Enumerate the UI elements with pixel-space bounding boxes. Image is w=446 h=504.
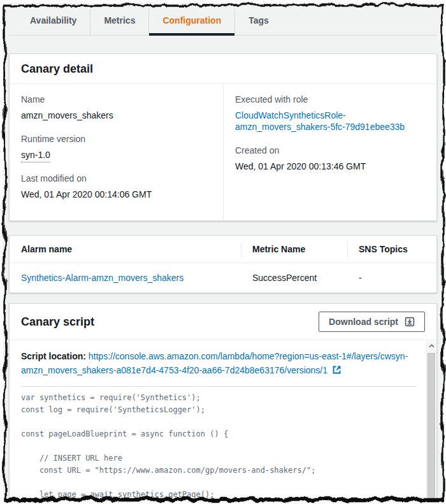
metric-name-column-header: Metric Name bbox=[241, 236, 347, 263]
scrollbar-up-arrow-icon[interactable] bbox=[427, 341, 436, 351]
alarms-card: Alarm name Metric Name SNS Topics Synthe… bbox=[9, 235, 437, 293]
last-modified-label: Last modified on bbox=[21, 173, 212, 184]
detail-right-column: Executed with role CloudWatchSyntheticsR… bbox=[223, 84, 436, 220]
script-location-label: Script location: bbox=[21, 351, 86, 361]
created-on-label: Created on bbox=[235, 145, 425, 155]
alarm-name-column-header: Alarm name bbox=[10, 236, 241, 263]
created-on-value: Wed, 01 Apr 2020 00:13:46 GMT bbox=[235, 161, 425, 172]
runtime-version-label: Runtime version bbox=[21, 134, 212, 144]
canary-detail-header: Canary detail bbox=[10, 54, 436, 84]
canary-script-card: Canary script Download script bbox=[9, 303, 437, 500]
tab-bar: Availability Metrics Configuration Tags bbox=[9, 9, 437, 36]
sns-topics-column-header: SNS Topics bbox=[347, 236, 436, 263]
created-on-field: Created on Wed, 01 Apr 2020 00:13:46 GMT bbox=[235, 145, 425, 172]
canary-detail-body: Name amzn_movers_shakers Runtime version… bbox=[10, 84, 436, 220]
runtime-version-field: Runtime version syn-1.0 bbox=[21, 134, 212, 161]
tab-configuration[interactable]: Configuration bbox=[148, 9, 234, 35]
canary-configuration-screenshot: Availability Metrics Configuration Tags … bbox=[0, 0, 446, 504]
tab-availability[interactable]: Availability bbox=[17, 9, 90, 35]
canary-detail-card: Canary detail Name amzn_movers_shakers R… bbox=[9, 54, 437, 221]
executed-with-role-label: Executed with role bbox=[235, 94, 425, 104]
scrollbar-thumb[interactable] bbox=[428, 353, 435, 500]
detail-left-column: Name amzn_movers_shakers Runtime version… bbox=[10, 84, 223, 220]
role-link[interactable]: CloudWatchSyntheticsRole-amzn_movers_sha… bbox=[235, 110, 405, 132]
metric-name-cell: SuccessPercent bbox=[241, 263, 347, 292]
last-modified-field: Last modified on Wed, 01 Apr 2020 00:14:… bbox=[21, 173, 212, 200]
tab-tags[interactable]: Tags bbox=[234, 9, 282, 35]
alarm-name-link[interactable]: Synthetics-Alarm-amzn_movers_shakers bbox=[21, 273, 183, 283]
name-label: Name bbox=[21, 94, 212, 104]
script-content: Script location: https://console.aws.ama… bbox=[10, 340, 436, 500]
name-field: Name amzn_movers_shakers bbox=[21, 94, 212, 121]
name-value: amzn_movers_shakers bbox=[21, 110, 212, 121]
tab-metrics[interactable]: Metrics bbox=[90, 9, 148, 35]
canary-script-code: var synthetics = require('Synthetics'); … bbox=[21, 392, 416, 500]
tab-list: Availability Metrics Configuration Tags bbox=[9, 9, 437, 35]
script-divider bbox=[21, 386, 416, 387]
script-scrollbar[interactable] bbox=[426, 341, 436, 500]
configuration-page: Availability Metrics Configuration Tags … bbox=[3, 3, 443, 500]
download-script-button[interactable]: Download script bbox=[319, 312, 425, 332]
alarms-table-header: Alarm name Metric Name SNS Topics bbox=[10, 236, 436, 263]
sns-topics-cell: - bbox=[347, 263, 436, 292]
download-icon bbox=[405, 317, 415, 327]
table-row: Synthetics-Alarm-amzn_movers_shakers Suc… bbox=[10, 263, 436, 292]
runtime-version-value[interactable]: syn-1.0 bbox=[21, 150, 50, 162]
external-link-icon[interactable] bbox=[332, 364, 342, 378]
last-modified-value: Wed, 01 Apr 2020 00:14:06 GMT bbox=[21, 189, 212, 200]
script-scroll-area: Script location: https://console.aws.ama… bbox=[10, 340, 436, 500]
canary-script-header: Canary script Download script bbox=[10, 304, 436, 340]
download-script-label: Download script bbox=[329, 316, 398, 328]
script-location-row: Script location: https://console.aws.ama… bbox=[21, 349, 416, 378]
canary-script-title: Canary script bbox=[21, 315, 94, 329]
executed-with-role-field: Executed with role CloudWatchSyntheticsR… bbox=[235, 94, 425, 133]
canary-detail-title: Canary detail bbox=[21, 62, 93, 76]
